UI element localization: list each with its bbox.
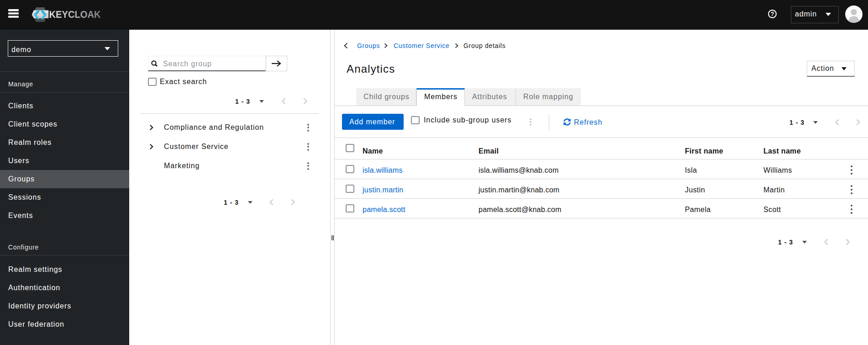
svg-text:KEYCLOAK: KEYCLOAK	[49, 9, 101, 20]
svg-text:?: ?	[771, 11, 774, 17]
